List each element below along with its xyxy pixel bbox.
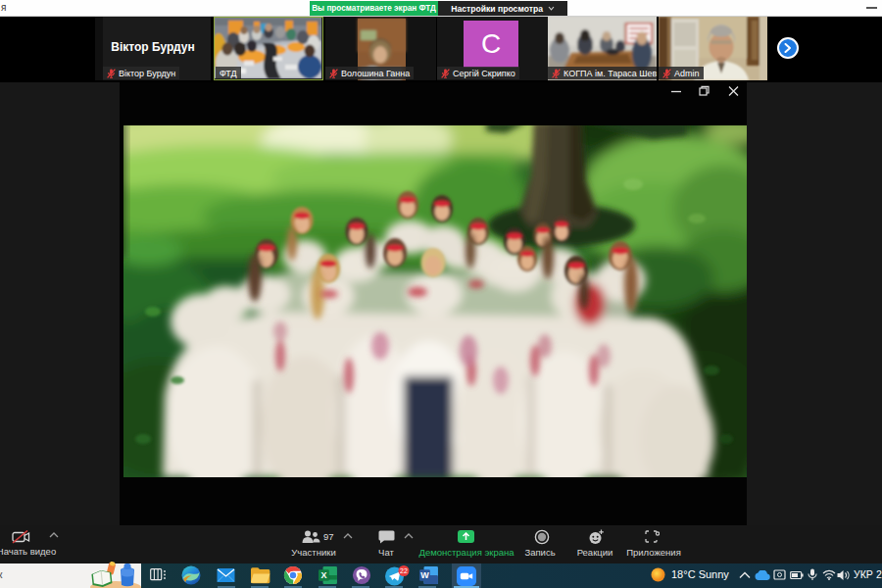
svg-text:X: X xyxy=(320,570,326,580)
svg-text:22: 22 xyxy=(400,567,408,574)
svg-text:W: W xyxy=(420,570,429,580)
